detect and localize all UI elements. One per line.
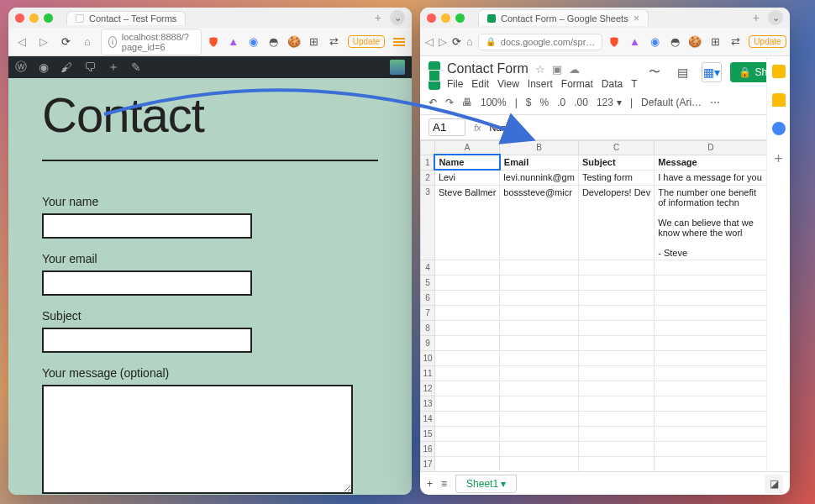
format-number[interactable]: 123▾: [597, 97, 622, 108]
cell[interactable]: [578, 365, 654, 381]
back-button[interactable]: ◁: [13, 35, 30, 48]
print-button[interactable]: 🖶: [462, 97, 472, 108]
sheet-tab[interactable]: Sheet1 ▾: [455, 475, 517, 493]
name-box[interactable]: [429, 118, 465, 136]
cell[interactable]: [578, 290, 654, 305]
row-header[interactable]: 4: [421, 260, 435, 275]
sync-icon[interactable]: ⇄: [328, 35, 341, 49]
maximize-window[interactable]: [44, 13, 53, 23]
cell[interactable]: [655, 411, 767, 426]
cell[interactable]: [434, 365, 499, 381]
cell[interactable]: [434, 260, 499, 275]
keep-icon[interactable]: [772, 93, 786, 107]
cell[interactable]: [500, 456, 579, 471]
sheets-logo-icon[interactable]: [429, 61, 440, 90]
cell[interactable]: [655, 350, 767, 365]
maximize-window[interactable]: [455, 13, 465, 23]
tabs-overflow-button[interactable]: ⌄: [768, 10, 783, 25]
reload-button[interactable]: ⟳: [452, 35, 461, 48]
wordpress-icon[interactable]: ⓦ: [15, 60, 27, 75]
col-header[interactable]: A: [434, 141, 499, 155]
formula-bar[interactable]: Name: [490, 123, 514, 133]
menu-insert[interactable]: Insert: [528, 78, 553, 90]
extension-icon[interactable]: ◉: [247, 35, 260, 49]
row-header[interactable]: 16: [421, 441, 435, 456]
cell[interactable]: [655, 260, 767, 275]
row-header[interactable]: 5: [421, 275, 435, 290]
row-header[interactable]: 9: [421, 335, 435, 350]
browser-tab[interactable]: Contact Form – Google Sheets ×: [478, 9, 649, 26]
home-button[interactable]: ⌂: [466, 35, 473, 48]
cell[interactable]: [655, 396, 767, 411]
menu-button[interactable]: [392, 36, 407, 48]
back-button[interactable]: ◁: [425, 35, 434, 48]
row-header[interactable]: 3: [421, 185, 435, 260]
cell[interactable]: [578, 411, 654, 426]
cell[interactable]: [578, 275, 654, 290]
dashboard-icon[interactable]: ◉: [39, 60, 49, 74]
cell[interactable]: [655, 365, 767, 381]
customize-icon[interactable]: 🖌: [60, 60, 72, 74]
new-tab-button[interactable]: +: [753, 11, 760, 24]
cell[interactable]: [500, 320, 579, 335]
percent-button[interactable]: %: [540, 97, 549, 108]
new-tab-button[interactable]: +: [375, 11, 381, 24]
cell[interactable]: Steve Ballmer: [434, 185, 499, 260]
doc-title[interactable]: Contact Form: [447, 61, 528, 76]
forward-button[interactable]: ▷: [439, 35, 447, 48]
cookie-icon[interactable]: 🍪: [688, 35, 702, 49]
comment-icon[interactable]: ▤: [673, 62, 693, 82]
menu-data[interactable]: Data: [602, 78, 623, 90]
cell[interactable]: [500, 305, 579, 320]
menu-tools[interactable]: T: [631, 78, 637, 90]
cell[interactable]: [578, 335, 654, 350]
cell[interactable]: [500, 411, 579, 426]
cell[interactable]: [655, 441, 767, 456]
puzzle-icon[interactable]: ⊞: [708, 35, 722, 49]
name-input[interactable]: [42, 213, 252, 239]
user-avatar[interactable]: [390, 60, 405, 75]
extension-icon-2[interactable]: ◓: [668, 35, 681, 49]
reload-button[interactable]: ⟳: [57, 35, 74, 48]
cell[interactable]: [500, 381, 579, 396]
cell[interactable]: [655, 290, 767, 305]
cell[interactable]: [655, 320, 767, 335]
all-sheets-button[interactable]: ≡: [441, 478, 447, 490]
menu-format[interactable]: Format: [561, 78, 593, 90]
minimize-window[interactable]: [29, 13, 39, 23]
currency-button[interactable]: $: [526, 97, 532, 108]
cell[interactable]: [434, 456, 499, 471]
extension-icon-2[interactable]: ◓: [267, 35, 281, 49]
zoom-select[interactable]: 100%: [481, 97, 507, 108]
font-select[interactable]: Default (Ari…: [641, 97, 702, 108]
star-icon[interactable]: ☆: [535, 63, 545, 76]
spreadsheet-grid[interactable]: ABCDE1NameEmailSubjectMessageDa2Levilevi…: [420, 140, 790, 471]
cell[interactable]: [578, 350, 654, 365]
cell[interactable]: The number one benefit of information te…: [655, 185, 767, 260]
row-header[interactable]: 12: [421, 381, 435, 396]
cell[interactable]: [500, 441, 579, 456]
cell[interactable]: Message: [655, 155, 767, 170]
cell[interactable]: [500, 335, 579, 350]
cell[interactable]: [500, 426, 579, 441]
row-header[interactable]: 2: [421, 170, 435, 185]
menu-file[interactable]: File: [447, 78, 463, 90]
cell[interactable]: [500, 290, 579, 305]
cloud-icon[interactable]: ☁: [569, 63, 580, 76]
history-icon[interactable]: 〜: [644, 62, 665, 82]
calendar-icon[interactable]: [772, 65, 786, 78]
comments-icon[interactable]: 🗨: [84, 60, 96, 74]
cell[interactable]: [655, 335, 767, 350]
col-header[interactable]: C: [578, 141, 654, 155]
triangle-icon[interactable]: ▲: [227, 35, 240, 49]
cell[interactable]: [500, 365, 579, 381]
close-tab-icon[interactable]: ×: [634, 12, 640, 24]
row-header[interactable]: 10: [421, 350, 435, 365]
menu-view[interactable]: View: [497, 78, 519, 90]
cell[interactable]: Email: [500, 155, 579, 170]
more-toolbar[interactable]: ⋯: [710, 97, 720, 108]
new-icon[interactable]: ＋: [108, 60, 119, 75]
cell[interactable]: [434, 350, 499, 365]
cell[interactable]: [578, 426, 654, 441]
forward-button[interactable]: ▷: [35, 35, 52, 48]
